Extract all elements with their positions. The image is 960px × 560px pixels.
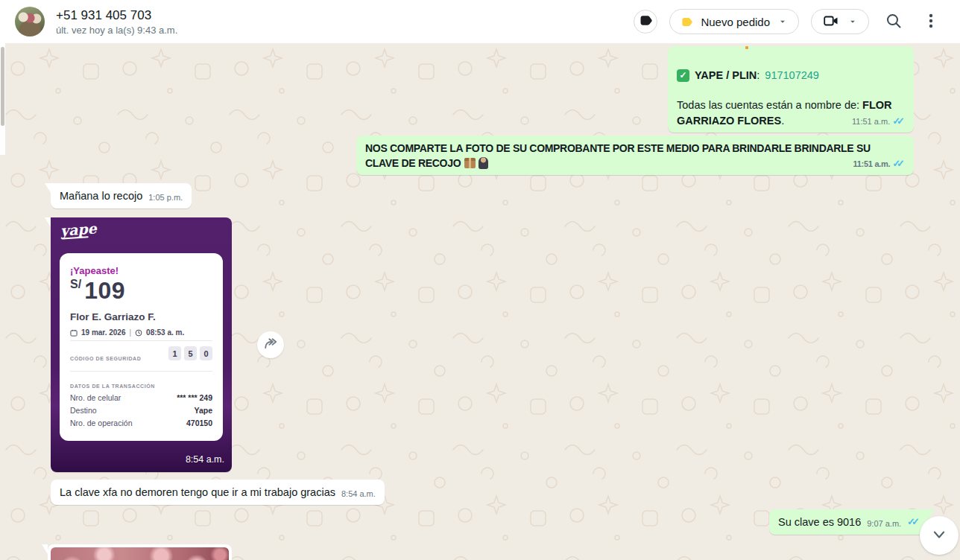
- clipped-text-fragment: [745, 46, 748, 49]
- timestamp: 8:54 a.m.: [341, 488, 376, 500]
- message-accounts: YAPE / PLIN: 917107249 Todas las cuentas…: [668, 46, 914, 133]
- search-icon: [885, 12, 903, 32]
- digit-box: 0: [200, 346, 212, 360]
- message-meta: 11:51 a.m.: [852, 114, 905, 129]
- contact-info: +51 931 405 703 últ. vez hoy a la(s) 9:4…: [56, 7, 177, 36]
- whatsapp-chat-window: +51 931 405 703 últ. vez hoy a la(s) 9:4…: [0, 0, 960, 560]
- message-instructions: NOS COMPARTE LA FOTO DE SU COMPROBANTE P…: [356, 136, 914, 175]
- receipt-datetime: 19 mar. 2026 | 08:53 a. m.: [70, 325, 184, 340]
- transaction-row: Nro. de operación470150: [70, 416, 212, 430]
- message-text: Mañana lo recojo: [60, 188, 142, 203]
- menu-button[interactable]: [918, 9, 944, 34]
- divider: [70, 371, 212, 372]
- phone-number-link[interactable]: 917107249: [765, 68, 819, 83]
- digit-box: 5: [184, 346, 197, 360]
- receipt-card: ¡Yapeaste! S/ 109 Flor E. Garriazo F. 19…: [60, 253, 223, 441]
- receipt-title: ¡Yapeaste!: [70, 264, 119, 279]
- forward-message-button[interactable]: [257, 331, 284, 358]
- timestamp: 11:51 a.m.: [853, 156, 891, 171]
- check-mark-icon: [677, 69, 689, 82]
- last-seen-status: últ. vez hoy a la(s) 9:43 a.m.: [56, 24, 177, 36]
- chevron-down-icon: [929, 524, 950, 547]
- read-receipt-icon: [907, 515, 920, 529]
- timestamp: 9:07 a.m.: [867, 518, 901, 529]
- forward-icon: [262, 336, 279, 354]
- chat-header: +51 931 405 703 últ. vez hoy a la(s) 9:4…: [0, 0, 960, 43]
- video-call-button[interactable]: [811, 9, 869, 34]
- roses-photo[interactable]: [51, 547, 229, 560]
- instructions-text: NOS COMPARTE LA FOTO DE SU COMPROBANTE P…: [365, 142, 871, 169]
- message-list: YAPE / PLIN: 917107249 Todas las cuentas…: [0, 43, 960, 560]
- message-text: Su clave es 9016: [778, 515, 861, 529]
- scrollbar-thumb[interactable]: [1, 47, 4, 126]
- timestamp: 8:54 a.m.: [186, 452, 224, 467]
- receipt-amount: S/ 109: [70, 277, 125, 302]
- kebab-menu-icon: [922, 12, 940, 32]
- label-icon-yellow: [680, 16, 693, 28]
- read-receipt-icon: [892, 114, 905, 129]
- contact-avatar[interactable]: [15, 7, 45, 36]
- search-button[interactable]: [881, 9, 906, 34]
- clock-icon: [135, 329, 142, 337]
- security-code-label: CÓDIGO DE SEGURIDAD: [70, 351, 141, 366]
- contact-header[interactable]: +51 931 405 703 últ. vez hoy a la(s) 9:4…: [0, 7, 177, 36]
- divider: [70, 340, 212, 341]
- message-key-reply: Su clave es 9016 9:07 a.m.: [769, 509, 929, 535]
- security-code-digits: 1 5 0: [168, 346, 212, 360]
- labels-button[interactable]: [634, 10, 657, 34]
- scroll-to-bottom-button[interactable]: [920, 516, 959, 555]
- order-status-dropdown[interactable]: Nuevo pedido: [669, 9, 799, 34]
- label-icon: [639, 14, 653, 30]
- receipt-payer: Flor E. Garriazo F.: [70, 310, 156, 325]
- yape-logo: yape: [60, 220, 97, 238]
- accounts-bold-label: YAPE / PLIN:: [695, 68, 760, 83]
- video-call-icon: [822, 12, 840, 32]
- header-actions: Nuevo pedido: [634, 9, 960, 34]
- message-text: La clave xfa no demoren tengo que ir a m…: [60, 485, 335, 500]
- message-tomorrow: Mañana lo recojo 1:05 p.m.: [51, 183, 192, 209]
- chevron-down-icon: [847, 16, 858, 27]
- timestamp: 11:51 a.m.: [852, 114, 890, 129]
- message-key-request: La clave xfa no demoren tengo que ir a m…: [51, 480, 385, 505]
- message-line-yape-plin: YAPE / PLIN: 917107249: [677, 68, 819, 83]
- chevron-down-icon: [777, 16, 788, 27]
- message-meta: 11:51 a.m.: [853, 156, 905, 171]
- contact-name: +51 931 405 703: [56, 7, 177, 23]
- calendar-icon: [70, 329, 78, 337]
- message-receipt-image[interactable]: yape ¡Yapeaste! S/ 109 Flor E. Garriazo …: [51, 217, 232, 472]
- read-receipt-icon: [892, 156, 905, 171]
- package-icon: [464, 158, 476, 168]
- order-status-label: Nuevo pedido: [701, 16, 770, 28]
- person-icon: [479, 157, 488, 169]
- digit-box: 1: [168, 346, 181, 360]
- timestamp: 1:05 p.m.: [148, 191, 183, 203]
- message-roses-image: [48, 544, 232, 560]
